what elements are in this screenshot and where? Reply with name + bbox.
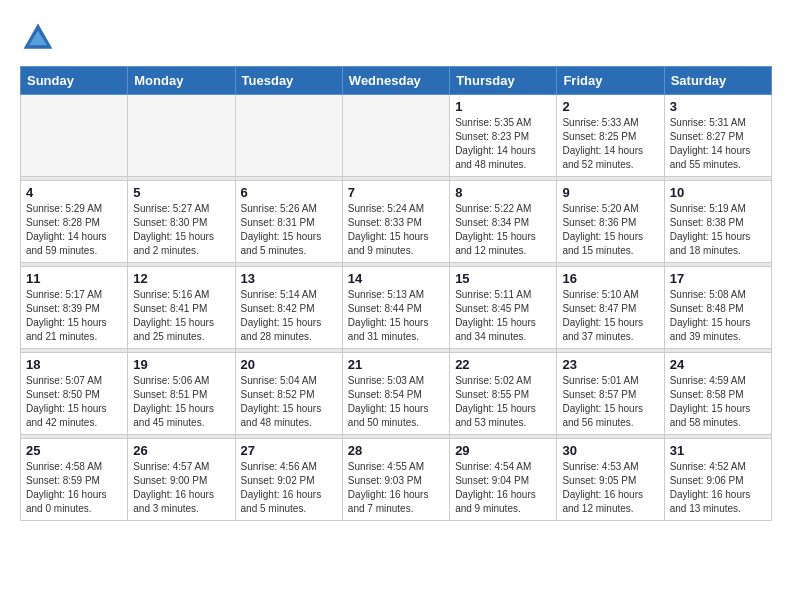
weekday-header: Wednesday (342, 67, 449, 95)
day-info: Sunrise: 5:01 AMSunset: 8:57 PMDaylight:… (562, 374, 658, 430)
day-number: 7 (348, 185, 444, 200)
calendar-day-cell: 16Sunrise: 5:10 AMSunset: 8:47 PMDayligh… (557, 267, 664, 349)
day-number: 13 (241, 271, 337, 286)
calendar-day-cell: 5Sunrise: 5:27 AMSunset: 8:30 PMDaylight… (128, 181, 235, 263)
calendar-day-cell: 15Sunrise: 5:11 AMSunset: 8:45 PMDayligh… (450, 267, 557, 349)
day-info: Sunrise: 4:53 AMSunset: 9:05 PMDaylight:… (562, 460, 658, 516)
calendar-day-cell: 24Sunrise: 4:59 AMSunset: 8:58 PMDayligh… (664, 353, 771, 435)
weekday-header: Tuesday (235, 67, 342, 95)
day-info: Sunrise: 5:19 AMSunset: 8:38 PMDaylight:… (670, 202, 766, 258)
day-number: 22 (455, 357, 551, 372)
day-number: 3 (670, 99, 766, 114)
calendar-day-cell: 22Sunrise: 5:02 AMSunset: 8:55 PMDayligh… (450, 353, 557, 435)
day-number: 15 (455, 271, 551, 286)
day-info: Sunrise: 5:22 AMSunset: 8:34 PMDaylight:… (455, 202, 551, 258)
weekday-header: Friday (557, 67, 664, 95)
page-header (20, 20, 772, 56)
calendar-day-cell: 10Sunrise: 5:19 AMSunset: 8:38 PMDayligh… (664, 181, 771, 263)
calendar-day-cell: 4Sunrise: 5:29 AMSunset: 8:28 PMDaylight… (21, 181, 128, 263)
calendar-day-cell: 29Sunrise: 4:54 AMSunset: 9:04 PMDayligh… (450, 439, 557, 521)
day-number: 9 (562, 185, 658, 200)
day-info: Sunrise: 5:07 AMSunset: 8:50 PMDaylight:… (26, 374, 122, 430)
day-number: 30 (562, 443, 658, 458)
calendar-day-cell: 19Sunrise: 5:06 AMSunset: 8:51 PMDayligh… (128, 353, 235, 435)
calendar-day-cell: 18Sunrise: 5:07 AMSunset: 8:50 PMDayligh… (21, 353, 128, 435)
weekday-header: Sunday (21, 67, 128, 95)
day-info: Sunrise: 5:27 AMSunset: 8:30 PMDaylight:… (133, 202, 229, 258)
calendar-week-row: 4Sunrise: 5:29 AMSunset: 8:28 PMDaylight… (21, 181, 772, 263)
calendar-day-cell (342, 95, 449, 177)
weekday-header: Thursday (450, 67, 557, 95)
day-number: 29 (455, 443, 551, 458)
calendar-week-row: 11Sunrise: 5:17 AMSunset: 8:39 PMDayligh… (21, 267, 772, 349)
day-number: 16 (562, 271, 658, 286)
day-number: 19 (133, 357, 229, 372)
day-info: Sunrise: 4:55 AMSunset: 9:03 PMDaylight:… (348, 460, 444, 516)
day-info: Sunrise: 5:20 AMSunset: 8:36 PMDaylight:… (562, 202, 658, 258)
weekday-header: Saturday (664, 67, 771, 95)
calendar-day-cell: 14Sunrise: 5:13 AMSunset: 8:44 PMDayligh… (342, 267, 449, 349)
day-number: 5 (133, 185, 229, 200)
day-info: Sunrise: 5:26 AMSunset: 8:31 PMDaylight:… (241, 202, 337, 258)
day-number: 28 (348, 443, 444, 458)
day-number: 12 (133, 271, 229, 286)
calendar-day-cell (128, 95, 235, 177)
day-info: Sunrise: 5:11 AMSunset: 8:45 PMDaylight:… (455, 288, 551, 344)
calendar-day-cell: 11Sunrise: 5:17 AMSunset: 8:39 PMDayligh… (21, 267, 128, 349)
calendar-day-cell: 13Sunrise: 5:14 AMSunset: 8:42 PMDayligh… (235, 267, 342, 349)
day-info: Sunrise: 5:03 AMSunset: 8:54 PMDaylight:… (348, 374, 444, 430)
day-number: 18 (26, 357, 122, 372)
weekday-header: Monday (128, 67, 235, 95)
calendar-day-cell: 23Sunrise: 5:01 AMSunset: 8:57 PMDayligh… (557, 353, 664, 435)
day-number: 11 (26, 271, 122, 286)
calendar-day-cell: 28Sunrise: 4:55 AMSunset: 9:03 PMDayligh… (342, 439, 449, 521)
calendar-day-cell: 2Sunrise: 5:33 AMSunset: 8:25 PMDaylight… (557, 95, 664, 177)
logo-icon (20, 20, 56, 56)
day-number: 27 (241, 443, 337, 458)
calendar-table: SundayMondayTuesdayWednesdayThursdayFrid… (20, 66, 772, 521)
calendar-day-cell: 30Sunrise: 4:53 AMSunset: 9:05 PMDayligh… (557, 439, 664, 521)
calendar-week-row: 25Sunrise: 4:58 AMSunset: 8:59 PMDayligh… (21, 439, 772, 521)
day-info: Sunrise: 4:56 AMSunset: 9:02 PMDaylight:… (241, 460, 337, 516)
calendar-day-cell: 6Sunrise: 5:26 AMSunset: 8:31 PMDaylight… (235, 181, 342, 263)
day-info: Sunrise: 5:06 AMSunset: 8:51 PMDaylight:… (133, 374, 229, 430)
day-info: Sunrise: 4:57 AMSunset: 9:00 PMDaylight:… (133, 460, 229, 516)
day-number: 31 (670, 443, 766, 458)
day-info: Sunrise: 5:10 AMSunset: 8:47 PMDaylight:… (562, 288, 658, 344)
calendar-day-cell: 25Sunrise: 4:58 AMSunset: 8:59 PMDayligh… (21, 439, 128, 521)
calendar-header-row: SundayMondayTuesdayWednesdayThursdayFrid… (21, 67, 772, 95)
day-info: Sunrise: 4:58 AMSunset: 8:59 PMDaylight:… (26, 460, 122, 516)
day-info: Sunrise: 5:24 AMSunset: 8:33 PMDaylight:… (348, 202, 444, 258)
day-info: Sunrise: 4:59 AMSunset: 8:58 PMDaylight:… (670, 374, 766, 430)
day-number: 6 (241, 185, 337, 200)
calendar-day-cell: 3Sunrise: 5:31 AMSunset: 8:27 PMDaylight… (664, 95, 771, 177)
day-number: 23 (562, 357, 658, 372)
day-number: 10 (670, 185, 766, 200)
logo (20, 20, 62, 56)
calendar-day-cell: 9Sunrise: 5:20 AMSunset: 8:36 PMDaylight… (557, 181, 664, 263)
day-info: Sunrise: 5:29 AMSunset: 8:28 PMDaylight:… (26, 202, 122, 258)
day-info: Sunrise: 5:08 AMSunset: 8:48 PMDaylight:… (670, 288, 766, 344)
calendar-day-cell: 20Sunrise: 5:04 AMSunset: 8:52 PMDayligh… (235, 353, 342, 435)
day-number: 21 (348, 357, 444, 372)
day-info: Sunrise: 5:14 AMSunset: 8:42 PMDaylight:… (241, 288, 337, 344)
calendar-day-cell: 26Sunrise: 4:57 AMSunset: 9:00 PMDayligh… (128, 439, 235, 521)
page-container: SundayMondayTuesdayWednesdayThursdayFrid… (0, 0, 792, 531)
day-number: 25 (26, 443, 122, 458)
day-info: Sunrise: 5:02 AMSunset: 8:55 PMDaylight:… (455, 374, 551, 430)
day-number: 1 (455, 99, 551, 114)
day-info: Sunrise: 5:04 AMSunset: 8:52 PMDaylight:… (241, 374, 337, 430)
day-info: Sunrise: 5:33 AMSunset: 8:25 PMDaylight:… (562, 116, 658, 172)
day-info: Sunrise: 5:17 AMSunset: 8:39 PMDaylight:… (26, 288, 122, 344)
day-info: Sunrise: 5:35 AMSunset: 8:23 PMDaylight:… (455, 116, 551, 172)
calendar-day-cell: 27Sunrise: 4:56 AMSunset: 9:02 PMDayligh… (235, 439, 342, 521)
day-number: 24 (670, 357, 766, 372)
day-number: 8 (455, 185, 551, 200)
day-info: Sunrise: 5:31 AMSunset: 8:27 PMDaylight:… (670, 116, 766, 172)
calendar-day-cell: 21Sunrise: 5:03 AMSunset: 8:54 PMDayligh… (342, 353, 449, 435)
calendar-day-cell: 7Sunrise: 5:24 AMSunset: 8:33 PMDaylight… (342, 181, 449, 263)
day-number: 26 (133, 443, 229, 458)
calendar-day-cell: 1Sunrise: 5:35 AMSunset: 8:23 PMDaylight… (450, 95, 557, 177)
day-info: Sunrise: 5:13 AMSunset: 8:44 PMDaylight:… (348, 288, 444, 344)
day-number: 14 (348, 271, 444, 286)
